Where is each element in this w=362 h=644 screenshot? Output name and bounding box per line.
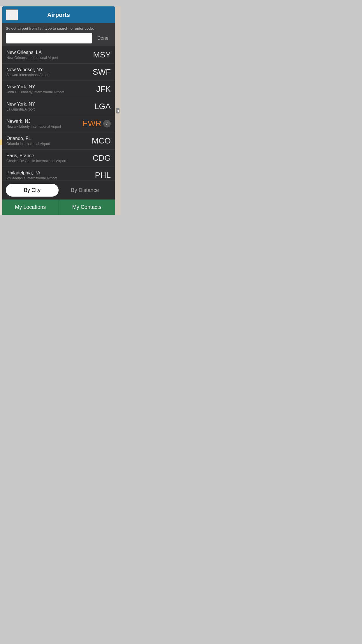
by-city-button[interactable]: By City [6, 184, 59, 197]
airport-code: LGA [90, 102, 111, 111]
footer-buttons: My Locations My Contacts [2, 200, 115, 215]
airport-item[interactable]: New York, NYLa Guardia AirportLGA [2, 98, 115, 115]
by-distance-button[interactable]: By Distance [59, 184, 111, 197]
airport-name: Orlando International Airport [6, 142, 90, 146]
airport-item[interactable]: New York, NYJohn F. Kennedy Internationa… [2, 81, 115, 98]
airport-code: SWF [90, 67, 111, 77]
airport-city: Orlando, FL [6, 136, 90, 141]
airport-city: Paris, France [6, 153, 90, 158]
airport-item[interactable]: New Orleans, LANew Orleans International… [2, 46, 115, 64]
airport-list: New Orleans, LANew Orleans International… [2, 46, 115, 181]
airport-code: MCO [90, 136, 111, 146]
airport-code: JFK [90, 85, 111, 94]
airport-code-wrapper: PHL [90, 171, 111, 180]
airport-city: Philadelphia, PA [6, 170, 90, 176]
airport-code-wrapper: JFK [90, 85, 111, 94]
airport-code-wrapper: LGA [90, 102, 111, 111]
airport-city: New York, NY [6, 84, 90, 90]
airport-name: Newark Liberty International Airport [6, 125, 81, 129]
search-input[interactable] [6, 33, 92, 43]
map-right-edge: ◀ [115, 6, 121, 215]
search-label: Select airport from list, type to search… [6, 26, 111, 31]
sort-toggle: By City By Distance [2, 181, 115, 200]
airport-info: New Orleans, LANew Orleans International… [6, 50, 90, 60]
airport-info: Orlando, FLOrlando International Airport [6, 136, 90, 146]
back-button[interactable]: ← [6, 9, 18, 20]
airport-code-wrapper: CDG [90, 153, 111, 163]
airport-code: MSY [90, 50, 111, 60]
airport-code-wrapper: SWF [90, 67, 111, 77]
airport-city: Newark, NJ [6, 119, 81, 124]
airport-city: New Windsor, NY [6, 67, 90, 72]
airport-name: John F. Kennedy International Airport [6, 90, 90, 94]
airport-modal: ← Airports Select airport from list, typ… [2, 6, 115, 215]
airport-code: EWR [81, 119, 101, 128]
airport-info: Paris, FranceCharles De Gaulle Internati… [6, 153, 90, 163]
airport-item[interactable]: Newark, NJNewark Liberty International A… [2, 115, 115, 132]
airport-info: Philadelphia, PAPhiladelphia Internation… [6, 170, 90, 180]
search-row: Done [6, 33, 111, 43]
done-button[interactable]: Done [94, 34, 111, 43]
airport-info: New Windsor, NYStewart International Air… [6, 67, 90, 77]
airport-city: New York, NY [6, 102, 90, 107]
airport-item[interactable]: Orlando, FLOrlando International Airport… [2, 132, 115, 150]
search-area: Select airport from list, type to search… [2, 23, 115, 46]
airport-name: Charles De Gaulle International Airport [6, 159, 90, 163]
airport-code-wrapper: MSY [90, 50, 111, 60]
airport-name: La Guardia Airport [6, 107, 90, 111]
airport-code-wrapper: EWR✓ [81, 119, 111, 128]
airport-info: New York, NYLa Guardia Airport [6, 102, 90, 111]
map-expand-arrow[interactable]: ◀ [116, 108, 120, 113]
airport-code-wrapper: MCO [90, 136, 111, 146]
airport-info: New York, NYJohn F. Kennedy Internationa… [6, 84, 90, 94]
airport-name: New Orleans International Airport [6, 56, 90, 60]
airport-item[interactable]: Philadelphia, PAPhiladelphia Internation… [2, 167, 115, 181]
airport-item[interactable]: New Windsor, NYStewart International Air… [2, 64, 115, 81]
airport-info: Newark, NJNewark Liberty International A… [6, 119, 81, 129]
airport-city: New Orleans, LA [6, 50, 90, 55]
my-contacts-button[interactable]: My Contacts [59, 200, 115, 215]
my-locations-button[interactable]: My Locations [2, 200, 59, 215]
airport-item[interactable]: Paris, FranceCharles De Gaulle Internati… [2, 150, 115, 167]
airport-code: CDG [90, 153, 111, 163]
airport-code: PHL [90, 171, 111, 180]
modal-header: ← Airports [2, 6, 115, 23]
airport-name: Stewart International Airport [6, 73, 90, 77]
modal-title: Airports [47, 12, 70, 18]
airport-name: Philadelphia International Airport [6, 176, 90, 180]
selected-check-icon: ✓ [103, 120, 111, 127]
